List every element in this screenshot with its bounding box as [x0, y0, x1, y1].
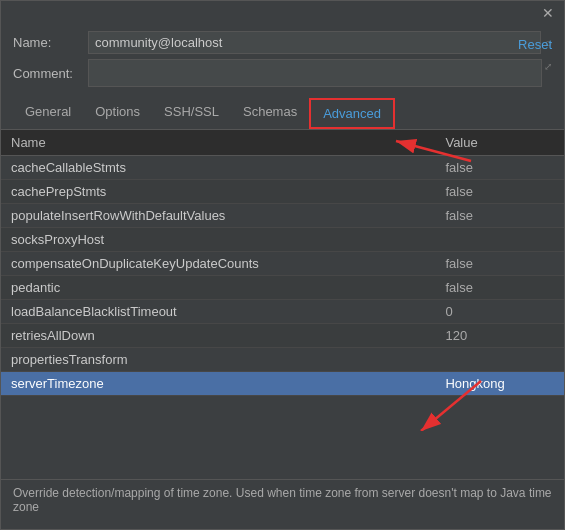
table-row[interactable]: socksProxyHost: [1, 228, 564, 252]
tab-ssh-ssl[interactable]: SSH/SSL: [152, 98, 231, 129]
row-value: false: [435, 156, 564, 180]
row-name: cacheCallableStmts: [1, 156, 435, 180]
row-name: loadBalanceBlacklistTimeout: [1, 300, 435, 324]
table-row[interactable]: retriesAllDown120: [1, 324, 564, 348]
row-name: populateInsertRowWithDefaultValues: [1, 204, 435, 228]
name-label: Name:: [13, 35, 88, 50]
table-row[interactable]: compensateOnDuplicateKeyUpdateCountsfals…: [1, 252, 564, 276]
comment-row: Comment: ⤢: [13, 59, 552, 87]
row-name: retriesAllDown: [1, 324, 435, 348]
row-name: cachePrepStmts: [1, 180, 435, 204]
properties-table: Name Value cacheCallableStmtsfalsecacheP…: [1, 130, 564, 396]
table-row[interactable]: propertiesTransform: [1, 348, 564, 372]
row-value: 120: [435, 324, 564, 348]
tab-schemas[interactable]: Schemas: [231, 98, 309, 129]
table-row[interactable]: populateInsertRowWithDefaultValuesfalse: [1, 204, 564, 228]
reset-link[interactable]: Reset: [518, 37, 552, 52]
table-container: Name Value cacheCallableStmtsfalsecacheP…: [1, 130, 564, 479]
row-name: serverTimezone: [1, 372, 435, 396]
tabs-bar: General Options SSH/SSL Schemas Advanced: [1, 98, 564, 130]
title-bar: ✕: [1, 1, 564, 25]
table-row[interactable]: serverTimezoneHongkong: [1, 372, 564, 396]
col-value: Value: [435, 130, 564, 156]
name-input[interactable]: [88, 31, 541, 54]
row-name: socksProxyHost: [1, 228, 435, 252]
table-header-row: Name Value: [1, 130, 564, 156]
row-value: [435, 228, 564, 252]
col-name: Name: [1, 130, 435, 156]
close-button[interactable]: ✕: [538, 5, 558, 21]
table-row[interactable]: pedanticfalse: [1, 276, 564, 300]
row-value: 0: [435, 300, 564, 324]
row-value: false: [435, 276, 564, 300]
row-value: Hongkong: [435, 372, 564, 396]
row-value: [435, 348, 564, 372]
tab-options[interactable]: Options: [83, 98, 152, 129]
row-value: false: [435, 180, 564, 204]
tab-general[interactable]: General: [13, 98, 83, 129]
table-row[interactable]: cachePrepStmtsfalse: [1, 180, 564, 204]
row-value: false: [435, 204, 564, 228]
row-name: propertiesTransform: [1, 348, 435, 372]
form-area: Name: ○ Comment: ⤢: [1, 25, 564, 96]
expand-icon: ⤢: [544, 61, 552, 72]
name-row: Name: ○: [13, 31, 552, 54]
comment-input[interactable]: [88, 59, 542, 87]
row-name: compensateOnDuplicateKeyUpdateCounts: [1, 252, 435, 276]
table-row[interactable]: loadBalanceBlacklistTimeout0: [1, 300, 564, 324]
footer-description: Override detection/mapping of time zone.…: [1, 479, 564, 529]
dialog: ✕ Name: ○ Comment: ⤢ Reset General Optio…: [0, 0, 565, 530]
comment-label: Comment:: [13, 66, 88, 81]
tab-advanced[interactable]: Advanced: [309, 98, 395, 129]
row-value: false: [435, 252, 564, 276]
row-name: pedantic: [1, 276, 435, 300]
table-row[interactable]: cacheCallableStmtsfalse: [1, 156, 564, 180]
